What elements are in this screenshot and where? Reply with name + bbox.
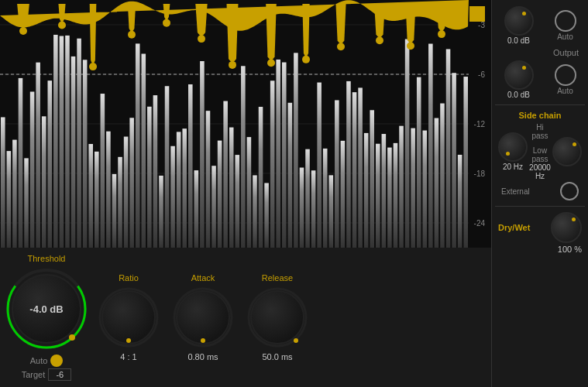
release-knob-inner[interactable] xyxy=(250,290,304,344)
hipass-row: 20 Hz Hi pass Low pass 20000 Hz xyxy=(495,123,585,180)
input-auto-toggle[interactable] xyxy=(555,10,576,32)
output-knob[interactable] xyxy=(504,60,534,90)
right-panel: 0.0 dB Auto Output 0.0 dB xyxy=(492,0,588,387)
ratio-section: Ratio 4 : 1 xyxy=(97,273,160,361)
release-section: Release 50.0 ms xyxy=(246,273,309,361)
lopass-knob[interactable] xyxy=(552,137,582,166)
lopass-value: 20000 Hz xyxy=(528,163,552,180)
input-auto-item: Auto xyxy=(555,10,576,41)
threshold-target-value: -6 xyxy=(48,368,71,381)
ratio-value: 4 : 1 xyxy=(120,352,136,361)
divider-2 xyxy=(495,206,585,207)
output-label: Output xyxy=(495,48,585,57)
attack-knob-wrap[interactable] xyxy=(171,286,235,349)
attack-value: 0.80 ms xyxy=(187,352,218,361)
release-knob-wrap[interactable] xyxy=(246,286,309,349)
output-knob-dot xyxy=(522,66,526,70)
external-label: External xyxy=(501,187,530,196)
visualizer-panel: -3 -6 -12 -18 -24 Threshold xyxy=(0,0,492,387)
drywet-row: Dry/Wet xyxy=(495,212,585,243)
threshold-target-row: Target -6 xyxy=(22,368,72,381)
output-knob-item: 0.0 dB xyxy=(504,60,534,99)
controls-row: Threshold -4.0 dB Aut xyxy=(0,248,491,387)
drywet-label: Dry/Wet xyxy=(498,223,530,232)
release-label: Release xyxy=(262,273,293,283)
ratio-dot xyxy=(126,338,131,343)
drywet-dot xyxy=(572,217,576,221)
attack-label: Attack xyxy=(191,273,215,283)
clip-indicator xyxy=(469,6,485,22)
input-knob-dot xyxy=(522,12,526,15)
drywet-knob[interactable] xyxy=(551,212,582,243)
output-auto-item: Auto xyxy=(555,64,576,95)
output-auto-toggle[interactable] xyxy=(555,64,576,86)
divider-1 xyxy=(495,104,585,105)
threshold-auto-btn[interactable]: Auto xyxy=(30,354,64,367)
threshold-auto-label: Auto xyxy=(30,356,48,365)
threshold-value: -4.0 dB xyxy=(29,303,63,315)
attack-knob-inner[interactable] xyxy=(176,290,230,344)
output-auto-label: Auto xyxy=(557,87,573,95)
input-knob[interactable] xyxy=(504,6,534,36)
attack-dot xyxy=(201,338,205,343)
hipass-knob-item: 20 Hz xyxy=(498,132,528,171)
hipass-value: 20 Hz xyxy=(503,163,523,171)
ratio-knob-wrap[interactable] xyxy=(97,286,160,349)
sidechain-label: Side chain xyxy=(518,111,561,120)
waveform-canvas xyxy=(0,0,491,248)
drywet-section: Dry/Wet 100 % xyxy=(495,212,585,254)
hipass-label-col: Hi pass Low pass 20000 Hz xyxy=(528,123,552,180)
threshold-section: Threshold -4.0 dB Aut xyxy=(4,254,89,381)
ratio-knob-inner[interactable] xyxy=(101,290,156,344)
input-auto-label: Auto xyxy=(557,33,573,41)
threshold-target-label: Target xyxy=(22,370,46,379)
output-knob-row: 0.0 dB Auto xyxy=(495,60,585,99)
input-knob-item: 0.0 dB xyxy=(504,6,534,45)
sidechain-section: Side chain 20 Hz Hi pass Low pass 20000 … xyxy=(495,111,585,200)
lopass-dot xyxy=(573,142,576,146)
ratio-label: Ratio xyxy=(119,273,139,283)
external-toggle[interactable] xyxy=(560,182,579,200)
input-knob-row: 0.0 dB Auto xyxy=(495,6,585,45)
release-value: 50.0 ms xyxy=(262,352,292,361)
hipass-knob[interactable] xyxy=(498,132,528,162)
hipass-label: Hi pass xyxy=(528,123,552,140)
threshold-dot xyxy=(69,334,75,341)
main-container: -3 -6 -12 -18 -24 Threshold xyxy=(0,0,588,387)
external-row: External xyxy=(495,182,585,200)
output-value: 0.0 dB xyxy=(507,91,530,99)
input-value: 0.0 dB xyxy=(507,36,530,45)
waveform-area: -3 -6 -12 -18 -24 xyxy=(0,0,491,248)
threshold-label: Threshold xyxy=(28,254,66,263)
threshold-knob-inner[interactable]: -4.0 dB xyxy=(12,274,81,344)
drywet-value-row: 100 % xyxy=(495,245,585,254)
threshold-auto-circle[interactable] xyxy=(50,354,63,367)
lopass-knob-item xyxy=(552,137,582,166)
hipass-dot xyxy=(506,152,510,156)
threshold-knob-wrap[interactable]: -4.0 dB xyxy=(4,266,89,351)
lopass-label: Low pass xyxy=(528,146,552,163)
output-section: 0.0 dB Auto xyxy=(495,60,585,99)
attack-section: Attack 0.80 ms xyxy=(171,273,235,361)
input-section: 0.0 dB Auto xyxy=(495,6,585,45)
drywet-value: 100 % xyxy=(558,245,582,254)
release-dot xyxy=(294,338,298,343)
